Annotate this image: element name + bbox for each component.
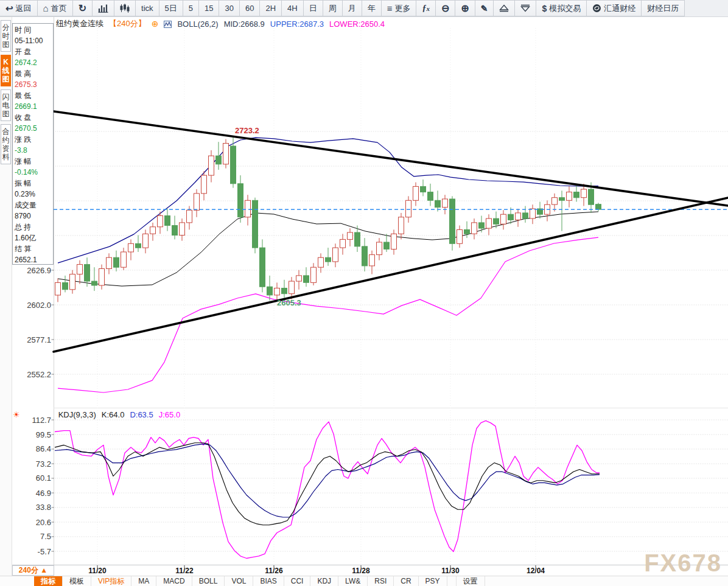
kdj-axis-label: 73.2: [36, 459, 51, 469]
boll-mid-value: MID:2668.9: [224, 19, 265, 29]
date-label: 11/22: [175, 567, 194, 575]
tab-kline-chart[interactable]: K线图: [1, 55, 11, 86]
price-axis-label: 2602.0: [27, 301, 51, 310]
kdj-d-value: D:63.5: [130, 410, 153, 419]
more-button[interactable]: ≡更多: [381, 0, 417, 16]
refresh-button[interactable]: ↻: [72, 0, 93, 16]
tick-button[interactable]: tick: [135, 0, 159, 16]
kdj-grid: 112.799.586.473.260.146.933.820.67.5-5.7: [32, 416, 728, 556]
tab-ma[interactable]: MA: [131, 576, 156, 586]
period-5d-button[interactable]: 5日: [159, 0, 183, 16]
back-button[interactable]: ↩返回: [0, 0, 38, 16]
tab-psy[interactable]: PSY: [419, 576, 447, 586]
candles-icon: [120, 4, 130, 13]
bars-icon: [98, 4, 108, 13]
quote-field-value: 2652.1: [15, 254, 53, 265]
tab-cr[interactable]: CR: [394, 576, 418, 586]
add-indicator-icon[interactable]: ⊕: [152, 19, 159, 29]
kdj-k-value: K:64.0: [102, 410, 125, 419]
boll-lower-value: LOWER:2650.4: [329, 19, 385, 29]
tab-vip-indicator[interactable]: VIP指标: [91, 576, 131, 586]
price-axis-label: 2626.9: [27, 266, 51, 275]
period-year-button[interactable]: 年: [362, 0, 382, 16]
tab-macd[interactable]: MACD: [156, 576, 192, 586]
period-30-button[interactable]: 30: [219, 0, 239, 16]
tab-indicator[interactable]: 指标: [34, 576, 63, 586]
quote-field-value: 2670.5: [15, 123, 53, 134]
period-60-button[interactable]: 60: [239, 0, 260, 16]
zoom-in-button[interactable]: ⊕: [455, 0, 475, 16]
huitong-button[interactable]: 汇通财经: [586, 0, 642, 16]
quote-field-value: 1.60亿: [15, 232, 53, 243]
period-week-button[interactable]: 周: [323, 0, 343, 16]
app-window: 2626.92602.02577.12552.2112.799.586.473.…: [0, 0, 728, 586]
tab-flash-chart[interactable]: 闪电图: [1, 89, 11, 121]
boll-label: BOLL(26,2): [177, 19, 218, 29]
home-button[interactable]: ⌂首页: [37, 0, 73, 16]
kdj-d-line: [55, 444, 600, 517]
bottom-marker-button[interactable]: [514, 0, 536, 16]
tab-contract-info[interactable]: 合约资料: [1, 124, 11, 164]
tab-template[interactable]: 模板: [63, 576, 91, 586]
button-label: 汇通财经: [604, 3, 635, 14]
chart-canvas[interactable]: 2626.92602.02577.12552.2112.799.586.473.…: [0, 0, 728, 586]
trendline-support[interactable]: [54, 198, 728, 352]
tab-cci[interactable]: CCI: [284, 576, 311, 586]
date-label: 11/30: [441, 567, 460, 575]
date-label: 11/26: [265, 567, 283, 575]
top-marker-button[interactable]: [493, 0, 515, 16]
top-toolbar: ↩返回⌂首页↻tick5日51530602H4H日周月年≡更多ƒx⊖⊕✎$模拟交…: [0, 0, 728, 17]
candle-chart-button[interactable]: [114, 0, 136, 16]
bar-chart-button[interactable]: [92, 0, 114, 16]
trendline-resistance[interactable]: [54, 111, 728, 206]
quote-field-value: 0.23%: [15, 189, 53, 200]
tab-boll[interactable]: BOLL: [192, 576, 225, 586]
sim-trading-button[interactable]: $模拟交易: [536, 0, 587, 16]
draw-button[interactable]: ✎: [475, 0, 494, 16]
period-4h-button[interactable]: 4H: [281, 0, 304, 16]
pencil-icon: ✎: [481, 4, 488, 13]
price-annotation: 2723.2: [235, 126, 259, 135]
button-label: 周: [329, 3, 337, 14]
kdj-axis-label: 60.1: [36, 473, 51, 483]
period-month-button[interactable]: 月: [342, 0, 362, 16]
zoom-out-button[interactable]: ⊖: [435, 0, 455, 16]
period-day-button[interactable]: 日: [303, 0, 323, 16]
fx-indicator-button[interactable]: ƒx: [416, 0, 436, 16]
watermark: FX678: [644, 549, 722, 577]
tab-time-chart[interactable]: 分时图: [1, 20, 11, 52]
back-icon: ↩: [5, 3, 13, 14]
tab-lw[interactable]: LW&: [338, 576, 368, 586]
kdj-j-value: J:65.0: [159, 410, 180, 419]
button-label: 15: [205, 4, 213, 13]
huitong-icon: [592, 4, 601, 13]
kdj-lines: [55, 420, 600, 558]
period-15-button[interactable]: 15: [198, 0, 219, 16]
calendar-button[interactable]: 财经日历: [641, 0, 685, 16]
boll-mini-icon[interactable]: [164, 19, 172, 29]
tab-vol[interactable]: VOL: [225, 576, 253, 586]
period-2h-button[interactable]: 2H: [259, 0, 282, 16]
period-selector[interactable]: 240分 ▲: [12, 565, 54, 576]
button-label: 模拟交易: [549, 3, 581, 14]
indicator-settings-icon[interactable]: ☀: [13, 410, 20, 419]
date-label: 12/04: [527, 567, 545, 575]
quote-panel: 时 间05-11:00开 盘2674.2最 高2675.3最 低2669.1收 …: [12, 23, 54, 265]
kdj-axis-label: 99.5: [36, 430, 51, 439]
tab-settings[interactable]: 设置: [456, 576, 485, 586]
tab-bias[interactable]: BIAS: [253, 576, 284, 586]
candlesticks: [55, 136, 601, 302]
tab-rsi[interactable]: RSI: [368, 576, 394, 586]
button-label: 月: [348, 3, 356, 14]
home-icon: ⌂: [43, 3, 49, 13]
kdj-axis-label: 46.9: [36, 489, 51, 498]
quote-field-label: 开 盘: [15, 46, 53, 57]
kdj-j-line: [55, 420, 600, 558]
button-label: 4H: [287, 4, 298, 13]
period-5-button[interactable]: 5: [183, 0, 199, 16]
kdj-axis-label: 7.5: [40, 532, 51, 541]
button-label: tick: [141, 4, 153, 13]
quote-field-label: 结 算: [15, 243, 53, 254]
price-annotation: 2605.3: [277, 298, 301, 307]
tab-kdj[interactable]: KDJ: [310, 576, 338, 586]
